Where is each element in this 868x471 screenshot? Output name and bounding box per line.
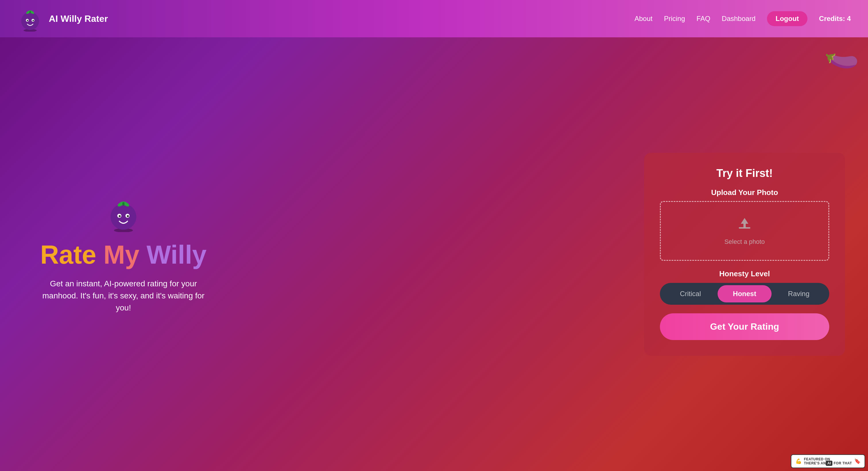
honesty-toggle: Critical Honest Raving [660, 283, 829, 305]
nav-faq[interactable]: FAQ [696, 14, 710, 23]
header: AI Willy Rater About Pricing FAQ Dashboa… [0, 0, 868, 37]
nav-pricing[interactable]: Pricing [664, 14, 685, 23]
svg-point-14 [119, 215, 121, 217]
try-it-card: Try it First! Upload Your Photo Select a… [644, 153, 845, 356]
svg-point-5 [32, 20, 34, 21]
right-card-section: Try it First! Upload Your Photo Select a… [644, 153, 845, 356]
logo-mascot-icon [17, 6, 43, 32]
svg-marker-21 [741, 218, 748, 224]
logo-area: AI Willy Rater [17, 6, 108, 32]
upload-icon [737, 216, 752, 234]
hero-title-rate: Rate [40, 240, 96, 269]
main-content: 🍆 Rate My Willy Get an instant, AI-power… [0, 37, 868, 471]
featured-text: FEATURED ON THERE'S ANAI FOR THAT [804, 457, 852, 465]
svg-rect-19 [122, 202, 124, 206]
svg-rect-9 [30, 11, 31, 13]
get-rating-button[interactable]: Get Your Rating [660, 313, 829, 340]
ai-badge: AI [826, 461, 832, 466]
decorative-eggplant-icon: 🍆 [823, 40, 861, 78]
upload-dropzone[interactable]: Select a photo [660, 201, 829, 261]
honesty-option-raving[interactable]: Raving [772, 285, 826, 302]
honesty-label: Honesty Level [719, 269, 770, 278]
honesty-option-honest[interactable]: Honest [718, 285, 772, 302]
nav-dashboard[interactable]: Dashboard [722, 14, 755, 23]
upload-section: Upload Your Photo Select a photo [660, 188, 829, 261]
left-hero-section: Rate My Willy Get an instant, AI-powered… [23, 195, 224, 314]
credits-label: Credits: 4 [819, 14, 851, 23]
svg-point-15 [127, 215, 129, 217]
logo-title: AI Willy Rater [49, 13, 108, 24]
logout-button[interactable]: Logout [767, 11, 807, 26]
honesty-section: Honesty Level Critical Honest Raving [660, 269, 829, 305]
hero-mascot-icon [105, 195, 142, 232]
bookmark-icon: 🔖 [854, 458, 861, 464]
upload-label: Upload Your Photo [711, 188, 778, 197]
card-title: Try it First! [716, 167, 773, 179]
honesty-option-critical[interactable]: Critical [663, 285, 718, 302]
svg-point-4 [27, 20, 28, 21]
nav-about[interactable]: About [634, 14, 652, 23]
svg-point-1 [21, 12, 39, 30]
featured-badge: 💪 FEATURED ON THERE'S ANAI FOR THAT 🔖 [791, 454, 865, 468]
upload-placeholder-text: Select a photo [724, 238, 765, 245]
svg-rect-22 [743, 224, 746, 228]
hero-title-willy: Willy [139, 240, 206, 269]
main-nav: About Pricing FAQ Dashboard Logout Credi… [634, 11, 851, 26]
hero-title-my: My [96, 240, 139, 269]
svg-point-11 [111, 204, 136, 230]
featured-icon: 💪 [795, 458, 802, 464]
hero-title: Rate My Willy [40, 241, 206, 269]
hero-subtitle: Get an instant, AI-powered rating for yo… [37, 278, 210, 314]
